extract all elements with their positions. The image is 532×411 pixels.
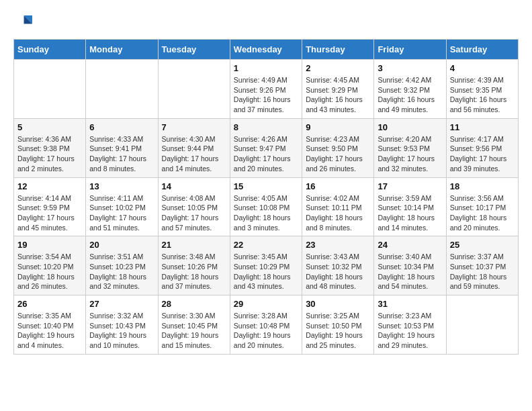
calendar-week-row: 5Sunrise: 4:36 AM Sunset: 9:38 PM Daylig… <box>14 118 519 177</box>
day-info: Sunrise: 3:43 AM Sunset: 10:32 PM Daylig… <box>306 252 370 291</box>
calendar-table: SundayMondayTuesdayWednesdayThursdayFrid… <box>13 39 519 355</box>
day-info: Sunrise: 4:39 AM Sunset: 9:35 PM Dayligh… <box>450 75 515 115</box>
calendar-cell: 5Sunrise: 4:36 AM Sunset: 9:38 PM Daylig… <box>14 118 86 177</box>
day-number: 3 <box>378 63 442 73</box>
day-number: 27 <box>89 299 154 309</box>
calendar-cell: 6Sunrise: 4:33 AM Sunset: 9:41 PM Daylig… <box>86 118 158 177</box>
calendar-cell: 16Sunrise: 4:02 AM Sunset: 10:11 PM Dayl… <box>302 177 374 236</box>
calendar-cell: 27Sunrise: 3:32 AM Sunset: 10:43 PM Dayl… <box>86 295 158 355</box>
calendar-cell: 31Sunrise: 3:23 AM Sunset: 10:53 PM Dayl… <box>374 295 446 355</box>
day-number: 26 <box>17 299 82 309</box>
day-number: 11 <box>450 122 515 132</box>
day-info: Sunrise: 4:30 AM Sunset: 9:44 PM Dayligh… <box>162 134 226 174</box>
day-info: Sunrise: 3:56 AM Sunset: 10:17 PM Daylig… <box>450 193 515 233</box>
day-info: Sunrise: 3:32 AM Sunset: 10:43 PM Daylig… <box>89 311 154 351</box>
calendar-cell: 1Sunrise: 4:49 AM Sunset: 9:26 PM Daylig… <box>230 60 302 119</box>
day-header-saturday: Saturday <box>446 40 518 60</box>
day-info: Sunrise: 4:20 AM Sunset: 9:53 PM Dayligh… <box>378 134 442 174</box>
day-number: 5 <box>17 122 82 132</box>
day-info: Sunrise: 4:14 AM Sunset: 9:59 PM Dayligh… <box>17 193 82 233</box>
calendar-cell: 23Sunrise: 3:43 AM Sunset: 10:32 PM Dayl… <box>302 236 374 295</box>
calendar-cell: 11Sunrise: 4:17 AM Sunset: 9:56 PM Dayli… <box>446 118 518 177</box>
day-number: 16 <box>306 181 370 191</box>
calendar-cell: 15Sunrise: 4:05 AM Sunset: 10:08 PM Dayl… <box>230 177 302 236</box>
calendar-cell: 26Sunrise: 3:35 AM Sunset: 10:40 PM Dayl… <box>14 295 86 355</box>
calendar-cell: 17Sunrise: 3:59 AM Sunset: 10:14 PM Dayl… <box>374 177 446 236</box>
day-number: 7 <box>162 122 226 132</box>
day-info: Sunrise: 3:54 AM Sunset: 10:20 PM Daylig… <box>17 252 82 291</box>
calendar-cell: 24Sunrise: 3:40 AM Sunset: 10:34 PM Dayl… <box>374 236 446 295</box>
day-info: Sunrise: 4:02 AM Sunset: 10:11 PM Daylig… <box>306 193 370 233</box>
calendar-cell: 14Sunrise: 4:08 AM Sunset: 10:05 PM Dayl… <box>158 177 230 236</box>
day-number: 17 <box>378 181 442 191</box>
calendar-cell <box>446 295 518 355</box>
day-info: Sunrise: 4:49 AM Sunset: 9:26 PM Dayligh… <box>234 75 298 115</box>
day-number: 4 <box>450 63 515 73</box>
day-number: 19 <box>17 240 82 250</box>
calendar-week-row: 12Sunrise: 4:14 AM Sunset: 9:59 PM Dayli… <box>14 177 519 236</box>
calendar-week-row: 19Sunrise: 3:54 AM Sunset: 10:20 PM Dayl… <box>14 236 519 295</box>
calendar-week-row: 26Sunrise: 3:35 AM Sunset: 10:40 PM Dayl… <box>14 295 519 355</box>
day-info: Sunrise: 4:26 AM Sunset: 9:47 PM Dayligh… <box>234 134 298 174</box>
day-info: Sunrise: 3:48 AM Sunset: 10:26 PM Daylig… <box>162 252 226 291</box>
day-number: 18 <box>450 181 515 191</box>
day-info: Sunrise: 4:17 AM Sunset: 9:56 PM Dayligh… <box>450 134 515 174</box>
day-info: Sunrise: 3:30 AM Sunset: 10:45 PM Daylig… <box>162 311 226 351</box>
day-number: 9 <box>306 122 370 132</box>
calendar-cell: 30Sunrise: 3:25 AM Sunset: 10:50 PM Dayl… <box>302 295 374 355</box>
day-info: Sunrise: 4:33 AM Sunset: 9:41 PM Dayligh… <box>89 134 154 174</box>
calendar-cell: 22Sunrise: 3:45 AM Sunset: 10:29 PM Dayl… <box>230 236 302 295</box>
calendar-cell: 2Sunrise: 4:45 AM Sunset: 9:29 PM Daylig… <box>302 60 374 119</box>
calendar-cell: 4Sunrise: 4:39 AM Sunset: 9:35 PM Daylig… <box>446 60 518 119</box>
day-header-tuesday: Tuesday <box>158 40 230 60</box>
day-info: Sunrise: 3:51 AM Sunset: 10:23 PM Daylig… <box>89 252 154 291</box>
day-number: 13 <box>89 181 154 191</box>
calendar-cell <box>14 60 86 119</box>
calendar-cell: 21Sunrise: 3:48 AM Sunset: 10:26 PM Dayl… <box>158 236 230 295</box>
calendar-cell: 3Sunrise: 4:42 AM Sunset: 9:32 PM Daylig… <box>374 60 446 119</box>
day-number: 15 <box>234 181 298 191</box>
day-number: 21 <box>162 240 226 250</box>
day-number: 24 <box>378 240 442 250</box>
calendar-week-row: 1Sunrise: 4:49 AM Sunset: 9:26 PM Daylig… <box>14 60 519 119</box>
day-info: Sunrise: 4:08 AM Sunset: 10:05 PM Daylig… <box>162 193 226 233</box>
day-info: Sunrise: 3:59 AM Sunset: 10:14 PM Daylig… <box>378 193 442 233</box>
day-number: 29 <box>234 299 298 309</box>
page-header <box>13 13 519 32</box>
day-number: 20 <box>89 240 154 250</box>
calendar-cell: 13Sunrise: 4:11 AM Sunset: 10:02 PM Dayl… <box>86 177 158 236</box>
calendar-header-row: SundayMondayTuesdayWednesdayThursdayFrid… <box>14 40 519 60</box>
logo <box>13 13 35 32</box>
calendar-cell: 19Sunrise: 3:54 AM Sunset: 10:20 PM Dayl… <box>14 236 86 295</box>
day-number: 30 <box>306 299 370 309</box>
day-info: Sunrise: 4:23 AM Sunset: 9:50 PM Dayligh… <box>306 134 370 174</box>
day-info: Sunrise: 4:42 AM Sunset: 9:32 PM Dayligh… <box>378 75 442 115</box>
calendar-cell: 18Sunrise: 3:56 AM Sunset: 10:17 PM Dayl… <box>446 177 518 236</box>
day-info: Sunrise: 3:37 AM Sunset: 10:37 PM Daylig… <box>450 252 515 291</box>
day-header-thursday: Thursday <box>302 40 374 60</box>
day-number: 12 <box>17 181 82 191</box>
calendar-cell: 12Sunrise: 4:14 AM Sunset: 9:59 PM Dayli… <box>14 177 86 236</box>
day-info: Sunrise: 3:23 AM Sunset: 10:53 PM Daylig… <box>378 311 442 351</box>
calendar-cell: 8Sunrise: 4:26 AM Sunset: 9:47 PM Daylig… <box>230 118 302 177</box>
day-number: 2 <box>306 63 370 73</box>
calendar-cell: 28Sunrise: 3:30 AM Sunset: 10:45 PM Dayl… <box>158 295 230 355</box>
calendar-cell: 10Sunrise: 4:20 AM Sunset: 9:53 PM Dayli… <box>374 118 446 177</box>
calendar-cell: 9Sunrise: 4:23 AM Sunset: 9:50 PM Daylig… <box>302 118 374 177</box>
calendar-cell <box>86 60 158 119</box>
day-number: 6 <box>89 122 154 132</box>
day-info: Sunrise: 3:45 AM Sunset: 10:29 PM Daylig… <box>234 252 298 291</box>
calendar-cell <box>158 60 230 119</box>
day-info: Sunrise: 3:35 AM Sunset: 10:40 PM Daylig… <box>17 311 82 351</box>
day-info: Sunrise: 4:05 AM Sunset: 10:08 PM Daylig… <box>234 193 298 233</box>
day-info: Sunrise: 4:45 AM Sunset: 9:29 PM Dayligh… <box>306 75 370 115</box>
day-number: 31 <box>378 299 442 309</box>
calendar-cell: 29Sunrise: 3:28 AM Sunset: 10:48 PM Dayl… <box>230 295 302 355</box>
day-number: 22 <box>234 240 298 250</box>
day-info: Sunrise: 4:11 AM Sunset: 10:02 PM Daylig… <box>89 193 154 233</box>
day-number: 10 <box>378 122 442 132</box>
day-header-sunday: Sunday <box>14 40 86 60</box>
day-header-friday: Friday <box>374 40 446 60</box>
calendar-cell: 20Sunrise: 3:51 AM Sunset: 10:23 PM Dayl… <box>86 236 158 295</box>
day-number: 8 <box>234 122 298 132</box>
